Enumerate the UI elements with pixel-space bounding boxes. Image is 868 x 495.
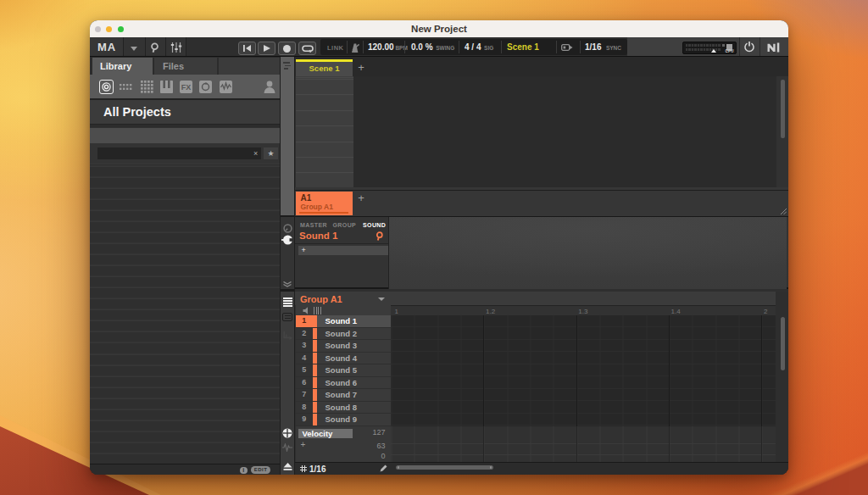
svg-text:FX: FX [181, 83, 192, 92]
